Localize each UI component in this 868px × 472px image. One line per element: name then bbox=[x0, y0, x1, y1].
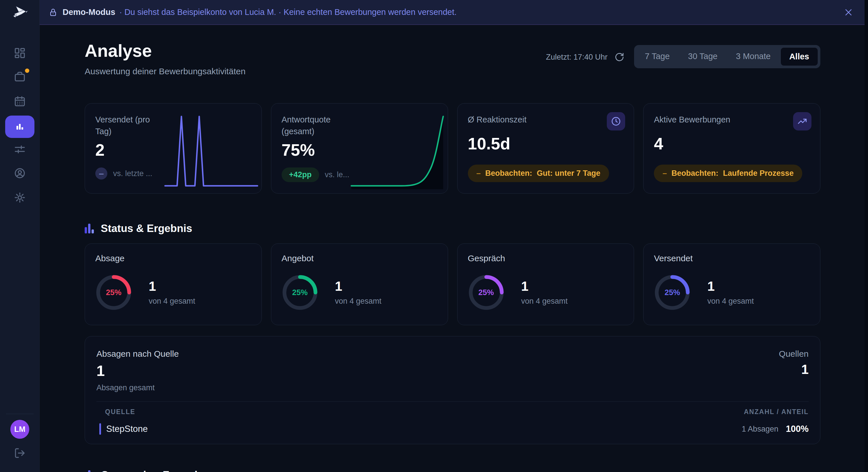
page-subtitle: Auswertung deiner Bewerbungsaktivitäten bbox=[85, 67, 245, 76]
active-nav-pill bbox=[5, 115, 34, 138]
sparkline-antwortquote bbox=[350, 114, 445, 189]
sidebar-divider bbox=[6, 414, 34, 414]
clock-icon bbox=[607, 112, 625, 131]
source-name: StepStone bbox=[106, 424, 148, 434]
sources-total: 1 bbox=[96, 363, 179, 378]
trending-up-icon bbox=[793, 112, 811, 131]
user-icon bbox=[14, 167, 26, 179]
sliders-icon bbox=[14, 143, 26, 156]
tab-3-monate[interactable]: 3 Monate bbox=[727, 47, 779, 66]
dashboard-icon bbox=[14, 47, 26, 59]
page-title: Analyse bbox=[85, 42, 245, 60]
status-caption: von 4 gesamt bbox=[521, 297, 568, 306]
kpi-compare-note: vs. le... bbox=[325, 170, 350, 179]
status-card-absage: Absage 25% 1 von 4 gesamt bbox=[85, 243, 262, 325]
kpi-title: Versendet (pro Tag) bbox=[95, 114, 167, 137]
briefcase-icon bbox=[14, 71, 26, 83]
tab-30-tage[interactable]: 30 Tage bbox=[679, 47, 726, 66]
source-share: 100% bbox=[786, 424, 809, 434]
donut-percent: 25% bbox=[282, 274, 318, 311]
source-amount: 1 Absagen bbox=[742, 425, 778, 434]
bar-chart-icon bbox=[14, 121, 26, 133]
demo-mode-banner: Demo-Modus · Du siehst das Beispielkonto… bbox=[40, 0, 868, 25]
main-content: Analyse Auswertung deiner Bewerbungsakti… bbox=[40, 25, 868, 472]
logout-icon bbox=[14, 447, 26, 459]
status-dash: – bbox=[662, 169, 667, 178]
status-card-row: Absage 25% 1 von 4 gesamt Angebot bbox=[85, 243, 820, 325]
status-dash: – bbox=[476, 169, 481, 178]
close-icon[interactable] bbox=[844, 8, 853, 17]
status-badge: – Beobachten: Gut: unter 7 Tage bbox=[468, 165, 609, 182]
kpi-value: 10.5d bbox=[468, 135, 624, 152]
status-label: Versendet bbox=[654, 254, 810, 263]
lock-icon bbox=[49, 8, 57, 16]
status-card-gespraech: Gespräch 25% 1 von 4 gesamt bbox=[457, 243, 634, 325]
sidebar-item-preferences[interactable] bbox=[0, 138, 40, 161]
status-value: 1 bbox=[521, 279, 568, 293]
section-title: Conversion-Funnel bbox=[101, 469, 197, 472]
sources-table-header: QUELLE ANZAHL / ANTEIL bbox=[96, 402, 809, 416]
bar-chart-icon bbox=[85, 224, 94, 233]
status-caption: von 4 gesamt bbox=[707, 297, 754, 306]
scrollbar-track[interactable] bbox=[865, 0, 868, 472]
sources-count-label: Quellen bbox=[779, 349, 809, 359]
source-color-bar bbox=[99, 423, 101, 435]
sources-title: Absagen nach Quelle bbox=[96, 349, 179, 359]
sidebar-item-settings[interactable] bbox=[0, 186, 40, 209]
header-controls: Zuletzt: 17:40 Uhr 7 Tage 30 Tage 3 Mona… bbox=[546, 45, 820, 76]
sidebar-item-calendar[interactable] bbox=[0, 90, 40, 113]
sources-card: Absagen nach Quelle 1 Absagen gesamt Que… bbox=[85, 336, 820, 444]
section-title: Status & Ergebnis bbox=[101, 223, 192, 235]
sidebar-item-dashboard[interactable] bbox=[0, 42, 40, 65]
donut-chart-versendet: 25% bbox=[654, 274, 691, 311]
status-label: Angebot bbox=[282, 254, 437, 263]
donut-percent: 25% bbox=[468, 274, 505, 311]
app-logo-dove-icon[interactable] bbox=[0, 3, 40, 22]
tab-alles[interactable]: Alles bbox=[780, 47, 818, 66]
donut-chart-gespraech: 25% bbox=[468, 274, 505, 311]
kpi-card-versendet: Versendet (pro Tag) 2 – vs. letzte ... bbox=[85, 103, 262, 194]
sidebar-item-profile[interactable] bbox=[0, 162, 40, 185]
status-card-angebot: Angebot 25% 1 von 4 gesamt bbox=[271, 243, 448, 325]
status-badge: – Beobachten: Laufende Prozesse bbox=[654, 165, 802, 182]
status-text: Laufende Prozesse bbox=[723, 169, 794, 178]
kpi-title: Aktive Bewerbungen bbox=[654, 114, 810, 126]
status-value: 1 bbox=[335, 279, 381, 293]
kpi-title: Ø Reaktionszeit bbox=[468, 114, 624, 126]
status-text: Gut: unter 7 Tage bbox=[537, 169, 600, 178]
last-updated-label: Zuletzt: 17:40 Uhr bbox=[546, 45, 608, 69]
table-row[interactable]: StepStone 1 Absagen 100% bbox=[96, 423, 809, 435]
positive-change-badge: +42pp bbox=[282, 167, 319, 182]
status-label: Beobachten: bbox=[485, 169, 532, 178]
column-quelle: QUELLE bbox=[105, 408, 135, 416]
page-header: Analyse Auswertung deiner Bewerbungsakti… bbox=[85, 42, 245, 76]
gear-icon bbox=[14, 192, 26, 204]
donut-percent: 25% bbox=[654, 274, 691, 311]
logout-button[interactable] bbox=[0, 442, 40, 465]
sidebar-item-analytics[interactable] bbox=[0, 115, 40, 138]
sparkline-versendet bbox=[164, 114, 259, 189]
status-label: Beobachten: bbox=[671, 169, 718, 178]
calendar-icon bbox=[14, 95, 26, 107]
sources-caption: Absagen gesamt bbox=[96, 383, 179, 392]
kpi-card-aktive-bewerbungen: Aktive Bewerbungen 4 – Beobachten: Laufe… bbox=[643, 103, 820, 194]
notification-dot bbox=[25, 69, 29, 73]
status-card-versendet: Versendet 25% 1 von 4 gesamt bbox=[643, 243, 820, 325]
sidebar-item-jobs[interactable] bbox=[0, 65, 40, 88]
donut-percent: 25% bbox=[95, 274, 132, 311]
avatar[interactable]: LM bbox=[10, 420, 29, 439]
kpi-title: Antwortquote (gesamt) bbox=[282, 114, 353, 137]
section-status-ergebnis: Status & Ergebnis bbox=[85, 222, 820, 235]
kpi-value: 4 bbox=[654, 135, 810, 152]
kpi-card-reaktionszeit: Ø Reaktionszeit 10.5d – Beobachten: Gut:… bbox=[457, 103, 634, 194]
sources-count: Quellen 1 bbox=[779, 349, 809, 392]
funnel-icon bbox=[85, 470, 94, 472]
tab-7-tage[interactable]: 7 Tage bbox=[637, 47, 679, 66]
banner-message: · Du siehst das Beispielkonto von Lucia … bbox=[119, 7, 457, 17]
donut-chart-angebot: 25% bbox=[282, 274, 318, 311]
column-anzahl-anteil: ANZAHL / ANTEIL bbox=[744, 408, 809, 416]
status-caption: von 4 gesamt bbox=[335, 297, 381, 306]
refresh-icon[interactable] bbox=[615, 45, 624, 69]
status-value: 1 bbox=[707, 279, 754, 293]
status-value: 1 bbox=[149, 279, 195, 293]
